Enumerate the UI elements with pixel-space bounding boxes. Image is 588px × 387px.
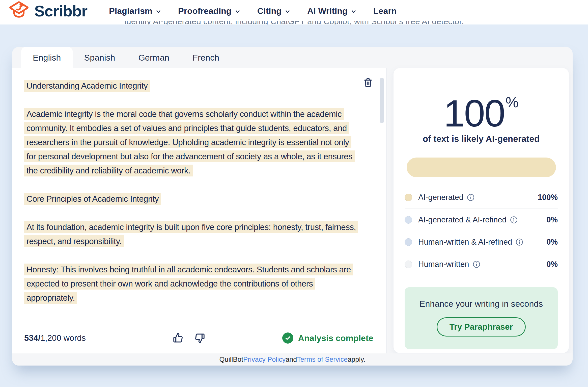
analysis-status-label: Analysis complete [298,333,373,343]
results-card: 100% of text is likely AI-generated AI-g… [394,68,569,353]
legend-swatch [405,216,412,224]
top-nav: Scribbr Plagiarism Proofreading Citing A… [0,0,588,24]
info-icon[interactable] [473,261,480,268]
ai-detector-card: English Spanish German French Understand… [12,47,573,366]
info-icon[interactable] [510,216,518,224]
graduation-cap-icon [7,1,31,21]
brand-name: Scribbr [34,2,87,20]
paraphraser-promo: Enhance your writing in seconds Try Para… [405,287,558,349]
ai-score-bar [407,158,556,177]
info-icon[interactable] [516,238,523,246]
delete-text-button[interactable] [363,77,373,88]
terms-of-service-link[interactable]: Terms of Service [297,356,348,364]
legal-notice: QuillBot Privacy Policy and Terms of Ser… [12,353,573,366]
thumbs-down-button[interactable] [194,332,206,344]
legend-swatch [405,261,412,268]
nav-item-citing[interactable]: Citing [257,6,291,16]
try-paraphraser-button[interactable]: Try Paraphraser [437,317,526,337]
tab-english[interactable]: English [21,47,73,68]
text-editor[interactable]: Understanding Academic Integrity Academi… [12,68,386,353]
page-subtitle-clipped: Identify AI-generated content, including… [0,21,588,24]
info-icon[interactable] [467,194,474,201]
chevron-down-icon [351,9,357,15]
chevron-down-icon [155,9,161,15]
word-count: 534/1,200 words [24,333,86,343]
check-icon [282,332,293,344]
card-content: Understanding Academic Integrity Academi… [12,68,573,353]
ai-score-unit: % [506,94,519,110]
legend-row-ai-generated: AI-generated 100% [405,186,558,209]
nav-item-ai-writing[interactable]: AI Writing [307,6,357,16]
results-legend: AI-generated 100% AI-generated & AI-refi… [405,186,558,275]
scribbr-logo[interactable]: Scribbr [7,1,87,21]
text-block: Core Principles of Academic Integrity [24,192,356,206]
legend-row-human-written: Human-written 0% [405,253,558,275]
thumbs-up-icon [172,332,184,344]
promo-title: Enhance your writing in seconds [410,299,553,309]
legend-row-human-written-ai-refined: Human-written & AI-refined 0% [405,231,558,253]
ai-score: 100% [405,94,558,132]
legend-row-ai-generated-ai-refined: AI-generated & AI-refined 0% [405,209,558,231]
results-area: 100% of text is likely AI-generated AI-g… [387,68,573,353]
nav-links: Plagiarism Proofreading Citing AI Writin… [109,6,397,16]
thumbs-up-button[interactable] [172,332,184,344]
editor-scrollbar-thumb[interactable] [380,78,384,123]
ai-score-caption: of text is likely AI-generated [405,134,558,144]
privacy-policy-link[interactable]: Privacy Policy [243,356,286,364]
text-block: At its foundation, academic integrity is… [24,220,356,248]
legend-swatch [405,194,412,201]
tab-german[interactable]: German [127,47,181,68]
text-block: Understanding Academic Integrity [24,79,356,93]
ai-score-value: 100 [444,92,505,135]
text-block: Academic integrity is the moral code tha… [24,107,356,178]
trash-icon [363,77,373,88]
chevron-down-icon [285,9,291,15]
nav-item-plagiarism[interactable]: Plagiarism [109,6,161,16]
text-block: Honesty: This involves being truthful in… [24,263,356,305]
tab-spanish[interactable]: Spanish [73,47,127,68]
tab-french[interactable]: French [181,47,231,68]
language-tabs: English Spanish German French [12,47,573,68]
thumbs-down-icon [194,332,206,344]
editor-bottom-bar: 534/1,200 words [24,329,373,347]
nav-item-proofreading[interactable]: Proofreading [178,6,241,16]
chevron-down-icon [235,9,241,15]
nav-item-learn[interactable]: Learn [373,6,397,16]
analysis-status: Analysis complete [282,332,373,344]
legend-swatch [405,238,412,246]
feedback-buttons [172,332,206,344]
